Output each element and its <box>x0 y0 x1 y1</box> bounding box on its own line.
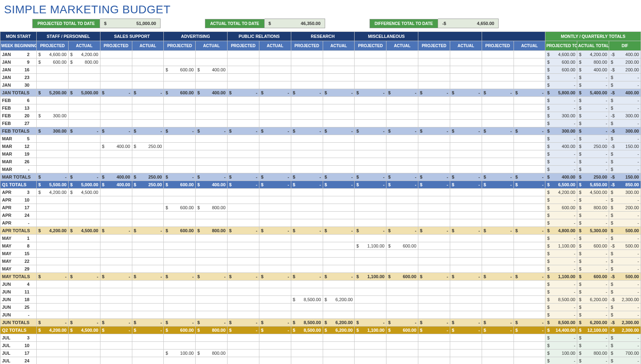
data-cell[interactable] <box>514 81 545 89</box>
data-cell[interactable] <box>259 349 291 357</box>
data-cell[interactable]: $- <box>68 273 100 281</box>
data-cell[interactable]: $600.00 <box>164 66 196 74</box>
data-cell[interactable] <box>514 104 545 112</box>
data-cell[interactable] <box>68 258 100 265</box>
data-cell[interactable] <box>291 212 323 219</box>
data-cell[interactable] <box>482 104 514 112</box>
data-cell[interactable] <box>196 304 228 311</box>
data-cell[interactable] <box>196 120 228 127</box>
data-cell[interactable] <box>37 104 69 112</box>
data-cell[interactable] <box>37 166 69 173</box>
data-cell[interactable]: $- <box>323 273 355 281</box>
data-cell[interactable] <box>355 120 386 127</box>
data-cell[interactable] <box>418 250 450 258</box>
data-cell[interactable] <box>355 265 386 273</box>
data-cell[interactable] <box>450 250 482 258</box>
data-cell[interactable] <box>291 51 323 58</box>
data-cell[interactable]: $- <box>323 173 355 181</box>
data-cell[interactable] <box>355 250 386 258</box>
data-cell[interactable] <box>259 143 291 150</box>
data-cell[interactable] <box>68 304 100 311</box>
data-cell[interactable]: $400.00 <box>100 143 132 150</box>
data-cell[interactable] <box>355 74 386 81</box>
data-cell[interactable] <box>228 219 259 227</box>
data-cell[interactable] <box>132 296 164 304</box>
data-cell[interactable]: $- <box>228 173 259 181</box>
data-cell[interactable] <box>482 97 514 104</box>
data-cell[interactable] <box>228 166 259 173</box>
data-cell[interactable] <box>482 143 514 150</box>
data-cell[interactable]: $- <box>259 273 291 281</box>
data-cell[interactable] <box>355 135 386 143</box>
data-cell[interactable] <box>196 81 228 89</box>
data-cell[interactable]: $600.00 <box>386 273 418 281</box>
data-cell[interactable] <box>355 97 386 104</box>
data-cell[interactable] <box>355 235 386 242</box>
data-cell[interactable] <box>355 143 386 150</box>
data-cell[interactable]: $- <box>259 181 291 189</box>
data-cell[interactable]: $400.00 <box>100 173 132 181</box>
data-cell[interactable] <box>418 66 450 74</box>
data-cell[interactable] <box>259 311 291 319</box>
data-cell[interactable] <box>323 135 355 143</box>
data-cell[interactable]: $4,500.00 <box>68 327 100 334</box>
data-cell[interactable] <box>514 204 545 212</box>
data-cell[interactable] <box>196 250 228 258</box>
data-cell[interactable] <box>100 304 132 311</box>
data-cell[interactable] <box>100 97 132 104</box>
data-cell[interactable] <box>450 104 482 112</box>
data-cell[interactable] <box>164 135 196 143</box>
data-cell[interactable] <box>514 311 545 319</box>
data-cell[interactable] <box>291 120 323 127</box>
data-cell[interactable] <box>323 158 355 166</box>
data-cell[interactable] <box>355 166 386 173</box>
data-cell[interactable] <box>482 51 514 58</box>
data-cell[interactable] <box>228 281 259 288</box>
data-cell[interactable] <box>514 120 545 127</box>
data-cell[interactable]: $600.00 <box>386 327 418 334</box>
data-cell[interactable] <box>386 357 418 364</box>
data-cell[interactable] <box>386 112 418 120</box>
data-cell[interactable] <box>323 250 355 258</box>
data-cell[interactable]: $4,600.00 <box>37 51 69 58</box>
data-cell[interactable] <box>100 212 132 219</box>
data-cell[interactable] <box>259 150 291 158</box>
data-cell[interactable] <box>514 281 545 288</box>
data-cell[interactable] <box>418 334 450 342</box>
data-cell[interactable] <box>100 357 132 364</box>
data-cell[interactable] <box>323 265 355 273</box>
data-cell[interactable]: $- <box>450 181 482 189</box>
data-cell[interactable] <box>450 189 482 196</box>
data-cell[interactable]: $- <box>291 173 323 181</box>
data-cell[interactable] <box>164 281 196 288</box>
data-cell[interactable] <box>323 304 355 311</box>
data-cell[interactable] <box>37 349 69 357</box>
data-cell[interactable] <box>37 150 69 158</box>
data-cell[interactable] <box>196 97 228 104</box>
data-cell[interactable] <box>196 143 228 150</box>
data-cell[interactable] <box>132 265 164 273</box>
data-cell[interactable] <box>418 81 450 89</box>
data-cell[interactable] <box>228 258 259 265</box>
data-cell[interactable] <box>68 349 100 357</box>
data-cell[interactable]: $- <box>291 181 323 189</box>
data-cell[interactable] <box>482 189 514 196</box>
data-cell[interactable] <box>196 265 228 273</box>
data-cell[interactable] <box>386 158 418 166</box>
data-cell[interactable] <box>196 258 228 265</box>
data-cell[interactable]: $100.00 <box>164 349 196 357</box>
data-cell[interactable] <box>386 66 418 74</box>
data-cell[interactable]: $- <box>482 319 514 327</box>
data-cell[interactable] <box>196 296 228 304</box>
data-cell[interactable] <box>355 58 386 66</box>
data-cell[interactable]: $- <box>37 273 69 281</box>
data-cell[interactable] <box>100 288 132 296</box>
data-cell[interactable] <box>514 342 545 349</box>
data-cell[interactable]: $- <box>450 273 482 281</box>
data-cell[interactable] <box>418 58 450 66</box>
data-cell[interactable]: $6,200.00 <box>323 327 355 334</box>
data-cell[interactable]: $- <box>514 319 545 327</box>
data-cell[interactable] <box>355 349 386 357</box>
data-cell[interactable] <box>196 235 228 242</box>
data-cell[interactable] <box>259 296 291 304</box>
